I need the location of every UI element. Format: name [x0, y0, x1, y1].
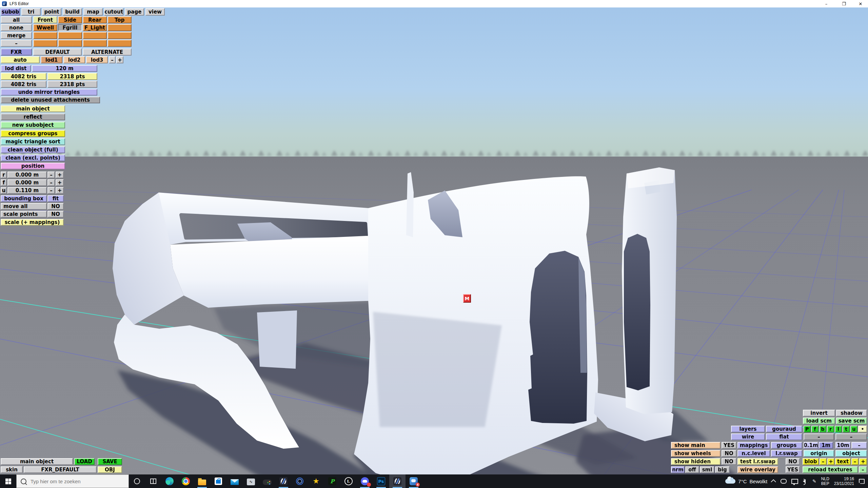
nrm-off-button[interactable]: off	[685, 466, 699, 473]
group-empty-slot[interactable]	[33, 40, 57, 47]
taskbar-file-explorer[interactable]	[194, 474, 210, 488]
tab-build[interactable]: build	[63, 8, 82, 16]
show-hidden-label[interactable]: show hidden	[671, 458, 721, 465]
obj-export-button[interactable]: OBJ	[98, 466, 122, 473]
taskbar-discord[interactable]	[357, 474, 373, 488]
taskbar-mail[interactable]	[226, 474, 243, 488]
move-all-label[interactable]: move all	[1, 203, 47, 210]
group-wwell-button[interactable]: Wwell	[33, 24, 57, 31]
test-lr-swap-toggle[interactable]: NO	[786, 458, 800, 465]
groups-button[interactable]: groups	[771, 442, 802, 449]
merge-button[interactable]: merge	[1, 32, 32, 39]
clean-excl-points-button[interactable]: clean (excl. points)	[1, 155, 65, 161]
taskbar-store[interactable]	[210, 474, 226, 488]
nrm-sml-button[interactable]: sml	[700, 466, 714, 473]
group-empty-slot[interactable]	[107, 24, 132, 31]
tab-view[interactable]: view	[145, 8, 165, 16]
channel-r-toggle[interactable]: r	[827, 426, 834, 432]
pos-f-plus-button[interactable]: +	[56, 179, 64, 186]
start-button[interactable]	[0, 474, 16, 488]
channel-u-toggle[interactable]: u	[850, 426, 857, 432]
flat-button[interactable]: flat	[766, 433, 802, 440]
group-empty-slot[interactable]	[107, 40, 132, 47]
channel-p-toggle[interactable]: P	[804, 426, 811, 432]
origin-button[interactable]: origin	[804, 450, 834, 457]
group-empty-slot[interactable]	[107, 32, 132, 39]
reload-dash-button[interactable]: –	[859, 466, 867, 473]
group-empty-slot[interactable]	[58, 32, 82, 39]
wire-overlay-label[interactable]: wire overlay	[737, 466, 778, 473]
main-object-button[interactable]: main object	[1, 105, 65, 112]
tray-chevron-button[interactable]	[772, 480, 776, 483]
channel-b-toggle[interactable]: b	[819, 426, 826, 432]
blob-plus-button[interactable]: +	[827, 458, 834, 465]
lod3-button[interactable]: lod3	[86, 56, 108, 63]
lod-auto-button[interactable]: auto	[1, 56, 40, 63]
grid-01m-button[interactable]: 0.1m	[804, 442, 818, 449]
show-main-label[interactable]: show main	[671, 442, 721, 449]
layers-button[interactable]: layers	[731, 426, 765, 432]
dash-button[interactable]: –	[1, 40, 32, 47]
test-lr-swap-label[interactable]: test l.r.swap	[737, 458, 778, 465]
flat-dash-button[interactable]: –	[835, 433, 867, 440]
lod1-button[interactable]: lod1	[41, 56, 62, 63]
view-front-button[interactable]: Front	[33, 16, 57, 23]
skin-button[interactable]: skin	[1, 466, 23, 473]
group-empty-slot[interactable]	[33, 32, 57, 39]
taskbar-photoshop[interactable]: Ps	[373, 474, 389, 488]
tab-page[interactable]: page	[125, 8, 144, 16]
view-top-button[interactable]: Top	[107, 16, 132, 23]
new-subobject-button[interactable]: new subobject	[1, 122, 65, 128]
wire-overlay-toggle[interactable]: YES	[786, 466, 800, 473]
pos-u-plus-button[interactable]: +	[56, 187, 64, 194]
pos-value-r[interactable]: 0.000 m	[7, 171, 47, 178]
weather-widget[interactable]: 7°C Bewolkt	[725, 479, 767, 484]
view-side-button[interactable]: Side	[58, 16, 82, 23]
taskbar-lfs-editor-active[interactable]	[389, 474, 406, 488]
shadow-button[interactable]: shadow	[836, 410, 867, 416]
taskbar-search[interactable]	[16, 474, 129, 488]
pos-r-minus-button[interactable]: –	[47, 171, 55, 178]
channel-dot-toggle[interactable]: •	[858, 426, 867, 432]
save-button[interactable]: SAVE	[98, 458, 122, 465]
select-none-button[interactable]: none	[1, 24, 32, 31]
show-wheels-toggle[interactable]: NO	[722, 450, 736, 457]
task-view-button[interactable]	[145, 474, 161, 488]
bounding-box-button[interactable]: bounding box	[1, 195, 47, 202]
tab-tri[interactable]: tri	[21, 8, 41, 16]
load-button[interactable]: LOAD	[74, 458, 95, 465]
clock[interactable]: 19:16 23/11/2021	[834, 476, 854, 486]
grid-1m-button[interactable]: 1m	[819, 442, 833, 449]
group-empty-slot[interactable]	[58, 40, 82, 47]
delete-unused-attachments-button[interactable]: delete unused attachments	[1, 97, 100, 103]
object-button[interactable]: object	[835, 450, 867, 457]
tray-onedrive-button[interactable]	[781, 479, 787, 484]
taskbar-p-app[interactable]: P	[324, 474, 340, 488]
view-rear-button[interactable]: Rear	[83, 16, 107, 23]
magic-triangle-sort-button[interactable]: magic triangle sort	[1, 138, 65, 145]
taskbar-favorites[interactable]: ★	[308, 474, 324, 488]
tab-point[interactable]: point	[42, 8, 61, 16]
wire-button[interactable]: wire	[731, 433, 765, 440]
grid-dash-button[interactable]: –	[851, 442, 867, 449]
nrm-button[interactable]: nrm	[671, 466, 685, 473]
fit-button[interactable]: fit	[47, 195, 64, 202]
keyboard-language[interactable]: NLD BEP	[821, 476, 829, 486]
scale-points-toggle[interactable]: NO	[47, 211, 64, 218]
lod2-button[interactable]: lod2	[63, 56, 85, 63]
scale-points-label[interactable]: scale points	[1, 211, 47, 218]
tab-map[interactable]: map	[83, 8, 103, 16]
select-all-button[interactable]: all	[1, 16, 32, 23]
taskbar-l-app[interactable]: L	[340, 474, 357, 488]
taskbar-lfs[interactable]	[275, 474, 292, 488]
taskbar-teamspeak[interactable]: 6	[406, 474, 422, 488]
skin-name-field[interactable]: FXR_DEFAULT	[24, 466, 97, 473]
channel-t-toggle[interactable]: t	[843, 426, 850, 432]
channel-f-toggle[interactable]: f	[811, 426, 818, 432]
taskbar-ring-app[interactable]	[292, 474, 308, 488]
taskbar-audio-app[interactable]: ∿	[243, 474, 259, 488]
gouraud-button[interactable]: gouraud	[766, 426, 802, 432]
restore-button[interactable]: ❐	[836, 0, 851, 7]
blob-button[interactable]: blob	[803, 458, 819, 465]
pos-u-minus-button[interactable]: –	[47, 187, 55, 194]
